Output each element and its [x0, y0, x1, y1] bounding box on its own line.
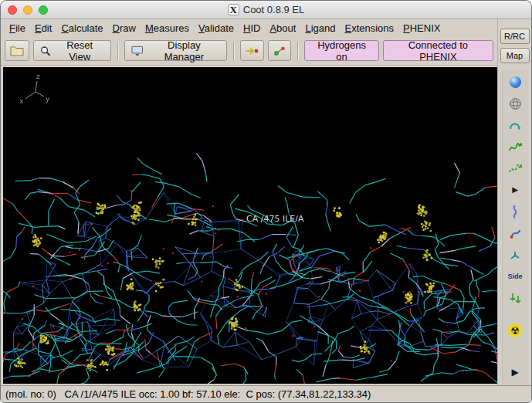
title-wrap: X Coot 0.8.9 EL	[228, 4, 305, 15]
rot-trans-icon	[510, 205, 520, 219]
toolbar-separator	[233, 42, 234, 60]
rotamer-icon	[509, 249, 521, 261]
globe-icon	[509, 97, 522, 110]
folder-icon	[10, 46, 24, 56]
side-chain-icon: Side	[507, 273, 522, 280]
regularize-button[interactable]	[505, 160, 525, 177]
toolbar-separator	[297, 42, 298, 60]
menu-measures[interactable]: Measures	[141, 22, 194, 34]
map-button[interactable]: Map	[500, 48, 530, 63]
left-column: File Edit Calculate Draw Measures Valida…	[1, 19, 497, 385]
expand-toolbar-button[interactable]: ▶	[505, 181, 525, 198]
coot-window: X Coot 0.8.9 EL File Edit Calculate Draw…	[0, 0, 532, 403]
magnifier-icon	[40, 46, 51, 56]
menu-phenix[interactable]: PHENIX	[398, 22, 445, 34]
jiggle-fit-button[interactable]	[505, 290, 525, 306]
body-row: File Edit Calculate Draw Measures Valida…	[1, 19, 531, 385]
display-manager-button[interactable]: Display Manager	[124, 40, 228, 61]
go-to-atom-icon	[246, 46, 259, 56]
status-bar: (mol. no: 0) CA /1/A/475 ILE occ: 1.00 b…	[1, 385, 531, 402]
side-chain-button[interactable]: Side	[505, 268, 525, 285]
toolbar-separator	[117, 42, 118, 60]
scene-canvas[interactable]	[3, 67, 497, 384]
jiggle-fit-icon	[510, 292, 521, 304]
menu-file[interactable]: File	[5, 22, 30, 34]
status-text: (mol. no: 0) CA /1/A/475 ILE occ: 1.00 b…	[5, 388, 371, 400]
go-to-atom-button[interactable]	[240, 40, 264, 61]
open-coordinates-button[interactable]	[5, 40, 29, 61]
reset-view-label: Reset View	[56, 39, 104, 63]
menu-edit[interactable]: Edit	[30, 22, 56, 34]
go-to-ligand-icon	[273, 46, 286, 56]
phenix-status-button[interactable]: Connected to PHENIX	[383, 40, 493, 61]
rrc-button[interactable]: R/RC	[500, 29, 530, 44]
zoom-button[interactable]	[39, 5, 48, 15]
radiation-icon: ☢	[508, 323, 522, 337]
minimize-button[interactable]	[23, 5, 32, 15]
hydrogens-toggle-button[interactable]: Hydrogens on	[304, 40, 378, 61]
menu-ligand[interactable]: Ligand	[300, 22, 340, 34]
close-button[interactable]	[8, 5, 17, 15]
menu-about[interactable]: About	[265, 22, 300, 34]
real-space-refine-icon	[508, 141, 523, 154]
display-manager-label: Display Manager	[147, 39, 220, 63]
globe-button[interactable]	[505, 95, 525, 112]
more-tools-button[interactable]: ▶	[505, 364, 525, 381]
menu-calculate[interactable]: Calculate	[56, 22, 107, 34]
sphere-refine-icon	[510, 76, 521, 88]
right-tool-column: R/RC Map	[497, 19, 531, 385]
menu-bar: File Edit Calculate Draw Measures Valida…	[1, 19, 497, 36]
toolbar: Reset View Display Manager	[1, 36, 497, 66]
mutate-button[interactable]: ☢	[505, 322, 525, 339]
auto-fit-rotamer-icon	[509, 227, 522, 239]
flip-peptide-button[interactable]	[505, 117, 525, 134]
regularize-icon	[508, 162, 523, 175]
rotamers-button[interactable]	[505, 246, 525, 263]
menu-hid[interactable]: HID	[239, 22, 265, 34]
menu-extensions[interactable]: Extensions	[340, 22, 398, 34]
window-title: Coot 0.8.9 EL	[243, 4, 305, 15]
display-manager-icon	[131, 46, 143, 56]
titlebar: X Coot 0.8.9 EL	[1, 1, 531, 19]
reset-view-button[interactable]: Reset View	[33, 40, 111, 61]
real-space-refine-button[interactable]	[505, 138, 525, 155]
sphere-refine-button[interactable]	[505, 73, 525, 90]
scene-area: CA /475 ILE/A	[1, 66, 497, 385]
go-to-ligand-button[interactable]	[268, 40, 291, 61]
triangle-right-icon: ▶	[512, 186, 518, 194]
x11-icon: X	[228, 4, 239, 15]
rot-trans-button[interactable]	[505, 203, 525, 220]
flip-peptide-icon	[508, 120, 522, 131]
menu-validate[interactable]: Validate	[194, 22, 239, 34]
refine-icon-strip: ▶	[502, 71, 528, 385]
auto-fit-rotamer-button[interactable]	[505, 225, 525, 242]
menu-draw[interactable]: Draw	[108, 22, 141, 34]
traffic-lights	[8, 1, 48, 19]
more-triangle-icon: ▶	[511, 367, 518, 377]
